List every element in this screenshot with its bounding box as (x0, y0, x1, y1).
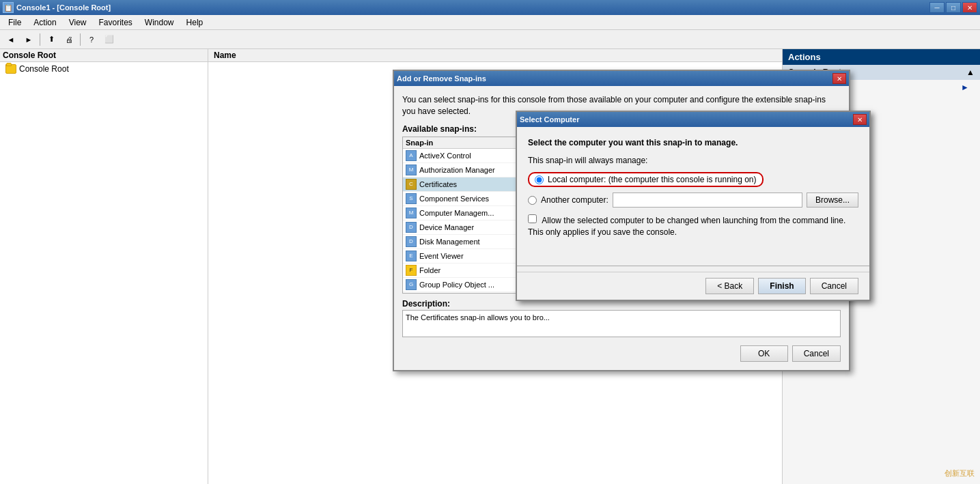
title-bar: 📋 Console1 - [Console Root] ─ □ ✕ (0, 0, 980, 15)
sc-dialog-title: Select Computer (520, 115, 579, 124)
snapin-name: Device Manager (419, 223, 529, 231)
title-bar-left: 📋 Console1 - [Console Root] (3, 2, 111, 13)
toolbar: ◄ ► ⬆ 🖨 ? ⬜ (0, 30, 980, 49)
local-computer-highlight: Local computer: (the computer this conso… (528, 172, 764, 187)
actions-section-arrow: ▲ (966, 68, 975, 77)
snapin-name: ActiveX Control (419, 152, 529, 160)
snapin-name: Disk Management (419, 238, 529, 246)
snapin-icon: M (406, 165, 417, 175)
snapin-name: Group Policy Object ... (419, 281, 529, 289)
snapins-close-button[interactable]: ✕ (832, 73, 846, 84)
snapin-icon: D (406, 222, 417, 233)
snapin-icon: C (406, 179, 417, 190)
tree-item-console-root[interactable]: Console Root (0, 62, 208, 76)
snapin-icon: G (406, 279, 417, 290)
snapin-name: Component Services (419, 195, 529, 203)
snapins-dialog-title: Add or Remove Snap-ins (397, 74, 486, 83)
another-radio-label: Another computer: (541, 195, 608, 205)
menu-file[interactable]: File (3, 16, 27, 29)
description-text: The Certificates snap-in allows you to b… (402, 310, 841, 337)
sc-checkbox-row: Allow the selected computer to be change… (528, 214, 858, 238)
center-header: Name (208, 49, 782, 62)
ok-button[interactable]: OK (740, 345, 788, 362)
sc-body: Select the computer you want this snap-i… (517, 127, 869, 260)
snapins-dialog-titlebar: Add or Remove Snap-ins ✕ (394, 71, 849, 86)
toolbar-sep2 (80, 33, 81, 46)
sc-buttons: < Back Finish Cancel (517, 272, 869, 300)
another-computer-input[interactable] (613, 193, 802, 208)
snapin-icon: A (406, 150, 417, 161)
watermark: 创新互联 (944, 468, 975, 479)
app-icon: 📋 (3, 2, 14, 13)
snapins-buttons: OK Cancel (402, 345, 841, 362)
sc-local-radio-row: Local computer: (the computer this conso… (528, 172, 858, 187)
toolbar-help[interactable]: ? (83, 32, 100, 47)
title-bar-controls[interactable]: ─ □ ✕ (929, 2, 977, 13)
snapin-name: Folder (419, 266, 529, 274)
menu-window[interactable]: Window (139, 16, 180, 29)
snapin-name: Event Viewer (419, 252, 529, 260)
sc-dialog-titlebar: Select Computer ✕ (517, 112, 869, 127)
folder-icon (5, 64, 16, 74)
toolbar-show[interactable]: ⬜ (101, 32, 117, 47)
sc-checkbox-label: Allow the selected computer to be change… (528, 216, 845, 237)
col-snapin: Snap-in (406, 139, 529, 147)
another-radio[interactable] (528, 196, 537, 205)
tree-header: Console Root (0, 49, 208, 62)
menu-view[interactable]: View (64, 16, 92, 29)
local-radio-label: Local computer: (the computer this conso… (548, 175, 757, 184)
snapin-name: Computer Managem... (419, 209, 529, 217)
sc-divider (517, 266, 869, 266)
cancel-button[interactable]: Cancel (792, 345, 841, 362)
toolbar-up[interactable]: ⬆ (43, 32, 59, 47)
toolbar-back[interactable]: ◄ (3, 32, 19, 47)
main-layout: Console Root Console Root Name There are… (0, 49, 980, 484)
sc-another-row: Another computer: Browse... (528, 193, 858, 208)
center-panel: Name There are no items to show in this … (208, 49, 782, 484)
snapin-icon: D (406, 236, 417, 247)
description-box: Description: The Certificates snap-in al… (402, 299, 841, 337)
sc-close-button[interactable]: ✕ (853, 114, 867, 125)
menu-favorites[interactable]: Favorites (94, 16, 138, 29)
toolbar-forward[interactable]: ► (20, 32, 37, 47)
left-panel: Console Root Console Root (0, 49, 208, 484)
tree-item-label: Console Root (19, 64, 69, 74)
menu-action[interactable]: Action (28, 16, 61, 29)
window-title: Console1 - [Console Root] (16, 3, 111, 12)
minimize-button[interactable]: ─ (929, 2, 944, 13)
finish-button[interactable]: Finish (758, 278, 805, 294)
maximize-button[interactable]: □ (946, 2, 961, 13)
allow-change-checkbox[interactable] (528, 214, 537, 223)
snapin-icon: E (406, 251, 417, 261)
snapin-name: Certificates (419, 180, 529, 188)
sc-subtitle: This snap-in will always manage: (528, 156, 858, 165)
back-button[interactable]: < Back (705, 278, 754, 294)
snapin-icon: F (406, 265, 417, 276)
toolbar-sep1 (40, 33, 40, 46)
more-actions-arrow: ► (961, 83, 969, 92)
snapin-icon: M (406, 208, 417, 218)
browse-button[interactable]: Browse... (807, 193, 858, 208)
close-button[interactable]: ✕ (962, 2, 977, 13)
local-radio[interactable] (535, 175, 544, 184)
description-label: Description: (402, 299, 450, 309)
snapin-icon: S (406, 193, 417, 204)
snapin-name: Authorization Manager (419, 166, 529, 174)
menu-help[interactable]: Help (181, 16, 209, 29)
select-computer-dialog: Select Computer ✕ Select the computer yo… (516, 111, 871, 301)
toolbar-print[interactable]: 🖨 (61, 32, 77, 47)
actions-header: Actions (783, 49, 980, 65)
sc-intro: Select the computer you want this snap-i… (528, 138, 858, 147)
sc-cancel-button[interactable]: Cancel (810, 278, 858, 294)
menu-bar: File Action View Favorites Window Help (0, 15, 980, 30)
